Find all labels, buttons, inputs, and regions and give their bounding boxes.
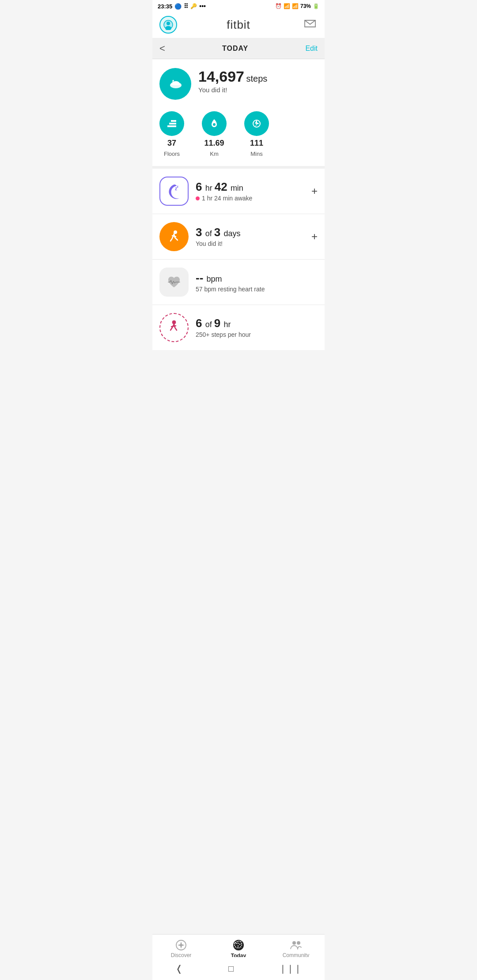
wifi-icon: 📶	[284, 3, 290, 9]
floors-label: Floors	[164, 151, 180, 157]
sleep-hr-label: hr	[205, 184, 215, 192]
steps-count-row: 14,697 steps	[198, 68, 267, 85]
grid-icon: ⠿	[184, 3, 188, 10]
more-icon: •••	[199, 3, 206, 10]
stats-row: 37 Floors 11.69 Km 111 Mins	[152, 107, 325, 169]
avatar-icon[interactable]	[159, 16, 177, 34]
key-icon: 🔑	[190, 3, 197, 9]
hourly-subtitle: 250+ steps per hour	[196, 331, 318, 338]
awake-dot	[196, 196, 200, 200]
svg-point-7	[213, 123, 216, 126]
hourly-current: 6	[196, 317, 202, 330]
sleep-hours: 6	[196, 180, 202, 193]
svg-rect-6	[171, 120, 176, 122]
hourly-activity-card[interactable]: 6 of 9 hr 250+ steps per hour	[152, 305, 325, 350]
mins-icon	[244, 111, 269, 136]
sleep-card[interactable]: z z 6 hr 42 min 1 hr 24 min awake +	[152, 169, 325, 214]
steps-icon[interactable]	[159, 68, 191, 100]
steps-count: 14,697	[198, 68, 244, 85]
floors-stat[interactable]: 37 Floors	[159, 111, 184, 157]
sleep-icon: z z	[159, 177, 189, 206]
steps-section: 14,697 steps You did it!	[152, 59, 325, 107]
floors-icon	[159, 111, 184, 136]
time: 23:35	[158, 3, 172, 10]
km-label: Km	[210, 151, 219, 157]
mins-stat[interactable]: 111 Mins	[244, 111, 269, 157]
km-value: 11.69	[204, 139, 224, 148]
hr-value: -- bpm	[196, 271, 318, 284]
battery-text: 73%	[300, 3, 311, 9]
svg-text:z: z	[177, 185, 178, 188]
exercise-subtitle: You did it!	[196, 240, 304, 247]
sleep-duration: 6 hr 42 min	[196, 181, 304, 193]
exercise-days: 3 of 3 days	[196, 226, 304, 239]
exercise-info: 3 of 3 days You did it!	[196, 226, 304, 248]
exercise-current: 3	[196, 226, 202, 239]
svg-rect-5	[169, 123, 176, 124]
status-bar: 23:35 🔵 ⠿ 🔑 ••• ⏰ 📶 📶 73% 🔋	[152, 0, 325, 12]
hr-subtitle: 57 bpm resting heart rate	[196, 286, 318, 293]
heart-rate-icon	[159, 268, 189, 297]
hourly-icon	[159, 313, 189, 342]
heart-rate-card[interactable]: -- bpm 57 bpm resting heart rate	[152, 260, 325, 305]
sleep-awake: 1 hr 24 min awake	[196, 195, 304, 202]
hourly-goal: 9	[214, 317, 220, 330]
nav-bar: < TODAY Edit	[152, 38, 325, 59]
hr-current: --	[196, 271, 203, 284]
app-header: fitbit	[152, 12, 325, 38]
mins-label: Mins	[250, 151, 262, 157]
back-button[interactable]: <	[159, 43, 165, 54]
battery-icon: 🔋	[313, 3, 319, 9]
edit-button[interactable]: Edit	[305, 45, 318, 53]
hourly-info: 6 of 9 hr 250+ steps per hour	[196, 317, 318, 339]
status-left: 23:35 🔵 ⠿ 🔑 •••	[158, 3, 206, 10]
pokemon-icon: 🔵	[174, 3, 182, 10]
floors-value: 37	[167, 139, 176, 148]
nav-title: TODAY	[222, 45, 248, 53]
steps-unit: steps	[246, 74, 267, 83]
hourly-hours: 6 of 9 hr	[196, 317, 318, 330]
steps-subtitle: You did it!	[198, 86, 267, 94]
exercise-card[interactable]: 3 of 3 days You did it! +	[152, 214, 325, 260]
app-logo: fitbit	[227, 18, 250, 32]
exercise-goal: 3	[214, 226, 220, 239]
sleep-minutes: 42	[215, 180, 227, 193]
status-right: ⏰ 📶 📶 73% 🔋	[275, 3, 319, 9]
km-icon	[202, 111, 227, 136]
svg-point-1	[167, 22, 170, 25]
exercise-icon	[159, 222, 189, 251]
mins-value: 111	[250, 139, 263, 148]
sleep-awake-text: 1 hr 24 min awake	[202, 195, 252, 202]
sleep-min-label: min	[231, 184, 243, 192]
sleep-add-button[interactable]: +	[311, 185, 318, 197]
steps-info: 14,697 steps You did it!	[198, 68, 267, 94]
inbox-icon[interactable]	[303, 17, 318, 32]
sleep-info: 6 hr 42 min 1 hr 24 min awake	[196, 181, 304, 202]
exercise-add-button[interactable]: +	[311, 230, 318, 243]
alarm-icon: ⏰	[275, 3, 282, 9]
signal-icon: 📶	[292, 3, 299, 9]
km-stat[interactable]: 11.69 Km	[202, 111, 227, 157]
svg-rect-4	[167, 125, 176, 127]
hr-info: -- bpm 57 bpm resting heart rate	[196, 271, 318, 293]
